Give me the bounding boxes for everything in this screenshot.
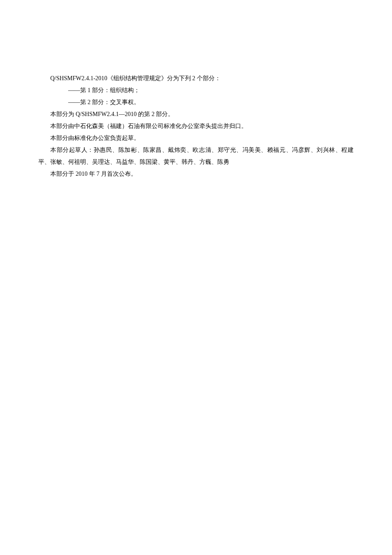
paragraph-section: 本部分为 Q/SHSMFW2.4.1—2010 的第 2 部分。 xyxy=(38,108,354,120)
paragraph-part2: ——第 2 部分：交叉事权。 xyxy=(38,96,354,108)
paragraph-drafters: 本部分起草人：孙惠民、陈加彬、陈家昌、戴炜奕、欧志清、郑守光、冯美美、赖福元、冯… xyxy=(38,144,354,168)
paragraph-drafter-org: 本部分由标准化办公室负责起草。 xyxy=(38,132,354,144)
document-content: Q/SHSMFW2.4.1-2010《组织结构管理规定》分为下列 2 个部分： … xyxy=(38,73,354,180)
paragraph-intro: Q/SHSMFW2.4.1-2010《组织结构管理规定》分为下列 2 个部分： xyxy=(38,73,354,84)
paragraph-publish-date: 本部分于 2010 年 7 月首次公布。 xyxy=(38,168,354,180)
paragraph-proposer: 本部分由中石化森美（福建）石油有限公司标准化办公室牵头提出并归口。 xyxy=(38,120,354,132)
paragraph-part1: ——第 1 部分：组织结构； xyxy=(38,84,354,96)
